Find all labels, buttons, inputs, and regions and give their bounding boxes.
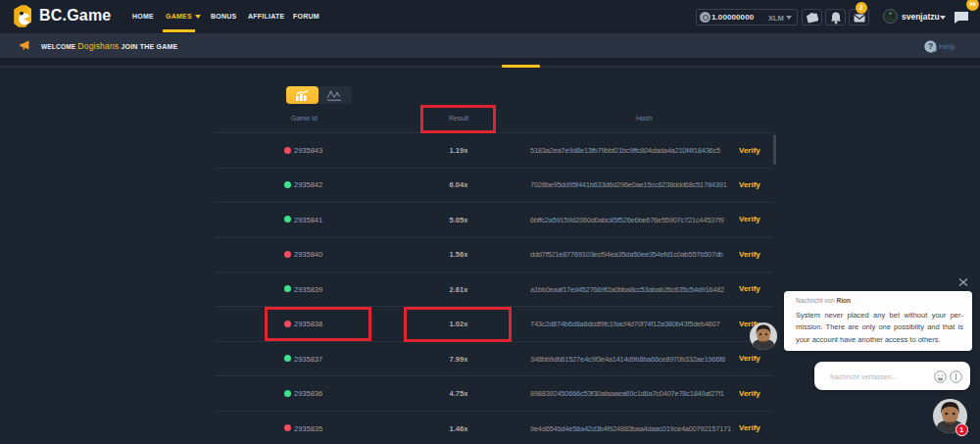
svg-text:?: ? [928,41,933,51]
